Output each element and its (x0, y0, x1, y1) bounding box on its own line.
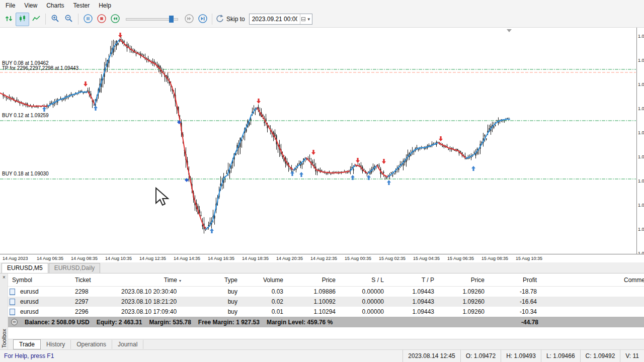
column-profit[interactable]: Profit (486, 277, 538, 284)
tab-journal[interactable]: Journal (112, 340, 143, 349)
sort-arrow-icon[interactable]: ▾ (179, 279, 181, 283)
order-line-label: BUY 0.12 at 1.09259 (2, 113, 49, 118)
table-row[interactable]: eurusd 2296 2023.08.10 17:09:40 buy 0.01… (8, 307, 644, 317)
menu-view[interactable]: View (20, 0, 42, 11)
price-axis[interactable]: 1.01.01.01.01.01.01.01.01.01.0 (636, 28, 644, 254)
column-sl[interactable]: S / L (337, 277, 385, 284)
candlestick-chart-button[interactable] (16, 13, 29, 26)
sell-marker (356, 158, 360, 163)
pause-button[interactable] (81, 13, 95, 26)
toolbar-separator (78, 14, 78, 25)
status-low: L: 1.09466 (541, 350, 580, 362)
speed-slider-handle[interactable] (169, 16, 174, 23)
column-time[interactable]: Time▾ (120, 277, 185, 284)
status-right: 2023.08.14 12:45 O: 1.09472 H: 1.09493 L… (403, 350, 644, 362)
column-type[interactable]: Type (185, 277, 239, 284)
price-tick-label: 1.0 (638, 58, 644, 63)
status-close: C: 1.09492 (580, 350, 620, 362)
toolbar: Skip to ▼ (0, 11, 644, 28)
cell-price: 1.10092 (285, 298, 337, 305)
table-row[interactable]: eurusd 2298 2023.08.10 20:30:40 buy 0.03… (8, 287, 644, 297)
tab-trade[interactable]: Trade (13, 339, 41, 349)
cell-type: buy (185, 298, 239, 305)
toolbox-close-icon[interactable]: × (1, 274, 7, 281)
time-axis-label: 14 Aug 2023 (3, 256, 28, 261)
fast-forward-button[interactable] (182, 13, 196, 26)
price-tick-label: 1.0 (638, 34, 644, 39)
tab-history[interactable]: History (41, 340, 71, 349)
pause-icon (83, 14, 93, 25)
order-icon (10, 309, 15, 315)
chart-canvas[interactable] (0, 28, 644, 254)
column-price[interactable]: Price (285, 277, 337, 284)
free-margin-text: Free Margin: 1 927.53 (198, 319, 260, 326)
speed-slider[interactable] (126, 15, 178, 24)
cell-profit: -16.64 (486, 298, 538, 305)
bar-chart-button[interactable] (2, 13, 16, 26)
time-axis-label: 15 Aug 08:35 (481, 256, 508, 261)
toolbar-separator (45, 14, 46, 25)
buy-marker (471, 166, 475, 171)
time-axis-label: 14 Aug 08:35 (71, 256, 98, 261)
zoom-out-button[interactable] (62, 13, 75, 26)
cell-symbol: eurusd (20, 308, 39, 315)
menu-charts[interactable]: Charts (42, 0, 68, 11)
scroll-marker (507, 29, 512, 32)
skip-date-box: ▼ (249, 14, 312, 25)
cell-volume: 0.01 (239, 308, 285, 315)
column-price-current[interactable]: Price (436, 277, 486, 284)
zoom-in-button[interactable] (48, 13, 62, 26)
table-row[interactable]: eurusd 2297 2023.08.10 18:21:20 buy 0.02… (8, 297, 644, 307)
trade-table-header: Symbol Ticket Time▾ Type Volume Price S … (8, 274, 644, 287)
cell-price-current: 1.09260 (436, 308, 486, 315)
column-comment[interactable]: Comment (538, 277, 644, 284)
buy-marker (299, 172, 303, 177)
column-volume[interactable]: Volume (239, 277, 285, 284)
time-axis[interactable]: 14 Aug 202314 Aug 06:3514 Aug 08:3514 Au… (0, 254, 644, 262)
status-bar: For Help, press F1 2023.08.14 12:45 O: 1… (0, 349, 644, 362)
price-tick-label: 1.0 (638, 251, 644, 254)
menu-file[interactable]: File (1, 0, 20, 11)
time-axis-label: 14 Aug 18:35 (242, 256, 269, 261)
menu-tester[interactable]: Tester (68, 0, 94, 11)
chart-area[interactable]: 1.01.01.01.01.01.01.01.01.01.0 BUY 0.08 … (0, 28, 644, 254)
stop-button[interactable] (95, 13, 108, 26)
chart-tab-eurusd-daily[interactable]: EURUSD,Daily (49, 263, 101, 273)
step-forward-icon (198, 14, 208, 25)
cell-profit: -10.34 (486, 308, 538, 315)
skip-date-dropdown[interactable]: ▼ (300, 14, 312, 24)
toolbox-side-label: Toolbox (1, 329, 7, 348)
margin-level-text: Margin Level: 459.76 % (267, 319, 333, 326)
cell-type: buy (185, 308, 239, 315)
chart-tab-eurusd-m5[interactable]: EURUSD,M5 (2, 263, 48, 273)
price-tick-label: 1.0 (638, 106, 644, 111)
cell-ticket: 2298 (73, 288, 120, 295)
sell-marker (118, 33, 122, 38)
balance-text: Balance: 2 508.09 USD (25, 319, 90, 326)
cell-tp: 1.09443 (385, 298, 436, 305)
tab-operations[interactable]: Operations (71, 340, 112, 349)
status-high: H: 1.09493 (501, 350, 541, 362)
skip-date-input[interactable] (250, 14, 300, 24)
order-line-label: BUY 0.18 at 1.09030 (2, 171, 49, 176)
cell-price: 1.10294 (285, 308, 337, 315)
menu-help[interactable]: Help (94, 0, 116, 11)
buy-marker (290, 171, 294, 176)
price-tick-label: 1.0 (638, 154, 644, 159)
cell-ticket: 2297 (73, 298, 120, 305)
rewind-button[interactable] (108, 13, 122, 26)
bar-chart-icon (5, 14, 14, 25)
column-time-label: Time (164, 277, 177, 284)
price-tick-label: 1.0 (638, 178, 644, 184)
line-chart-button[interactable] (29, 13, 43, 26)
column-tp[interactable]: T / P (385, 277, 436, 284)
cell-tp: 1.09443 (385, 308, 436, 315)
cell-sl: 0.00000 (337, 288, 385, 295)
sell-marker (311, 150, 315, 155)
fast-forward-icon (184, 14, 194, 25)
column-ticket[interactable]: Ticket (73, 277, 120, 284)
step-forward-button[interactable] (196, 13, 209, 26)
time-axis-label: 14 Aug 10:35 (105, 256, 132, 261)
cell-ticket: 2296 (73, 308, 120, 315)
column-symbol[interactable]: Symbol (8, 277, 73, 284)
